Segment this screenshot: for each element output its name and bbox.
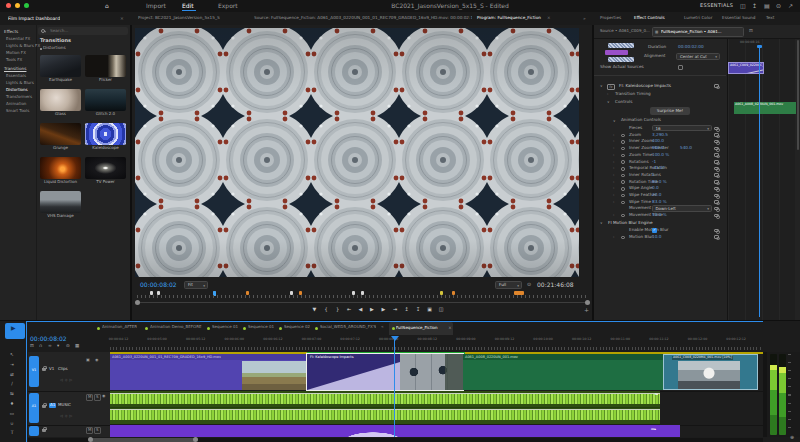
sidebar-item-lights-blurs[interactable]: Lights & Blurs: [6, 81, 34, 86]
ec-tab-active[interactable]: ▦ FullSequence_Fiction • A061...: [652, 27, 744, 37]
keyframe-camera-icon[interactable]: [714, 214, 719, 218]
effect-thumb-glass[interactable]: [40, 89, 81, 111]
scrollbar-handle-right[interactable]: [193, 437, 198, 442]
ec-clip-b[interactable]: A061_A008_0220UN_001.mov: [734, 102, 796, 114]
sequence-tab[interactable]: Sequence 01: [248, 325, 274, 330]
category-group-header[interactable]: Transitions: [4, 67, 26, 72]
stopwatch-icon[interactable]: [621, 154, 625, 158]
keyframe-camera-icon[interactable]: [714, 180, 719, 184]
duration-value[interactable]: 00:00:02:00: [678, 45, 704, 50]
keyframe-camera-icon[interactable]: [714, 147, 719, 151]
sidebar-item-smart-tools[interactable]: Smart Tools: [6, 109, 29, 114]
program-ruler[interactable]: [137, 295, 588, 298]
comparison-view-button[interactable]: ◫: [437, 307, 446, 313]
show-actual-sources-checkbox[interactable]: [678, 65, 683, 70]
video-clip-purple[interactable]: A061_A003_0220UN_001_01_REC709_GRADED_16…: [110, 354, 307, 390]
go-to-out-button[interactable]: ⇥: [391, 307, 400, 313]
effect-thumb-kaleidoscope[interactable]: [85, 123, 126, 145]
export-frame-button[interactable]: ▣: [425, 307, 434, 313]
stopwatch-icon[interactable]: [621, 201, 625, 205]
chevron-right-icon[interactable]: ›: [613, 153, 614, 157]
chevron-down-icon[interactable]: ∨: [600, 221, 603, 225]
keyframe-camera-icon[interactable]: [714, 140, 719, 144]
stopwatch-icon[interactable]: [621, 194, 625, 198]
stopwatch-icon[interactable]: [621, 160, 625, 164]
ec-mini-timeline[interactable]: 00:00:08:16 A061_C009_0220CC_001_01 A061…: [727, 39, 795, 320]
v1-source-indicator[interactable]: V1: [29, 356, 39, 387]
sidebar-item-motion-fx[interactable]: Motion FX: [6, 51, 26, 56]
tab-source-monitor[interactable]: Source: FullSequence_Fiction: A061_A003_…: [254, 16, 472, 21]
keyframe-camera-icon[interactable]: [714, 194, 719, 198]
home-icon[interactable]: ⌂: [105, 3, 109, 10]
a1-track-name[interactable]: MUSIC: [58, 403, 71, 408]
chevron-right-icon[interactable]: ›: [613, 180, 614, 184]
tab-program-monitor[interactable]: Program: FullSequence_Fiction: [477, 16, 541, 21]
stopwatch-icon[interactable]: [621, 187, 625, 191]
scrollbar-handle-right[interactable]: [585, 300, 590, 305]
tab-overflow-icon[interactable]: «: [381, 324, 384, 329]
mute-button[interactable]: M: [86, 394, 93, 401]
search-icon[interactable]: ⊙: [776, 3, 781, 10]
chevron-right-icon[interactable]: ›: [613, 146, 614, 150]
param-value-inner-zoom[interactable]: 400.0: [652, 139, 664, 144]
param-value-wipe-time[interactable]: 83.0 %: [652, 200, 667, 205]
volume-line-1[interactable]: [110, 393, 660, 394]
lock-icon[interactable]: [42, 405, 46, 408]
a1-source-indicator[interactable]: A1: [29, 393, 39, 423]
caption-display-icon[interactable]: ▦: [75, 343, 79, 348]
fade-handle-icon[interactable]: ◂▴: [654, 392, 658, 396]
search-input[interactable]: Search...: [38, 27, 128, 35]
tab-text[interactable]: Text: [766, 16, 774, 21]
menu-edit[interactable]: Edit: [182, 3, 194, 10]
chevron-right-icon[interactable]: ›: [607, 92, 608, 96]
razor-tool[interactable]: ∕: [6, 381, 18, 386]
effects-content-subheader[interactable]: Distortions: [43, 46, 66, 51]
timeline-scrollbar-thumb[interactable]: [90, 438, 196, 442]
section-motion-blur-engine[interactable]: FI Motion Blur Engine: [608, 221, 653, 226]
ripple-edit-tool[interactable]: ⇄: [6, 372, 18, 377]
panel-menu-icon[interactable]: ⊡: [749, 28, 753, 33]
menu-export[interactable]: Export: [218, 3, 238, 10]
param-value-movement-time[interactable]: 50.0 %: [652, 213, 667, 218]
section-animation-controls[interactable]: Animation Controls: [621, 118, 661, 123]
stopwatch-icon[interactable]: [621, 236, 625, 240]
v1-track-name[interactable]: Clips: [58, 367, 68, 372]
param-value-temporal-rotation[interactable]: -45.0°: [652, 166, 665, 171]
button-editor-plus[interactable]: +: [584, 307, 589, 314]
timeline-settings-icon[interactable]: ⊙: [66, 343, 70, 348]
effect-thumb-flicker[interactable]: [85, 55, 126, 77]
pen-tool[interactable]: ♦: [6, 401, 18, 406]
category-group-header[interactable]: Effects: [4, 30, 18, 35]
keyframe-camera-icon[interactable]: [714, 84, 719, 88]
ec-tab-source[interactable]: Source • A061_C009_0...: [600, 29, 650, 34]
keyframe-camera-icon[interactable]: [714, 160, 719, 164]
tab-effect-controls[interactable]: Effect Controls: [634, 16, 665, 21]
extract-button[interactable]: ↧: [414, 307, 423, 313]
mute-button[interactable]: M: [86, 427, 93, 434]
ec-playhead-head[interactable]: [757, 45, 762, 48]
add-marker-icon[interactable]: ▾: [57, 343, 59, 348]
param-value-inner-rotations[interactable]: 1: [652, 173, 655, 178]
effect-thumb-earthquake[interactable]: [40, 55, 81, 77]
audio-meters[interactable]: [767, 352, 800, 437]
menu-import[interactable]: Import: [146, 3, 166, 10]
keyframe-nav-icons[interactable]: ◁◇▷: [60, 378, 74, 382]
a2-source-indicator[interactable]: [29, 426, 39, 436]
selection-tool[interactable]: ↖: [6, 352, 18, 357]
program-timecode[interactable]: 00:00:08:02: [140, 282, 177, 289]
settings-wrench-icon[interactable]: ⊙: [527, 282, 531, 288]
hand-tool[interactable]: ∪: [6, 421, 18, 426]
fullscreen-icon[interactable]: ↗: [788, 3, 793, 10]
sidebar-item-essentials[interactable]: Essentials: [6, 74, 26, 79]
tab-lumetri-color[interactable]: Lumetri Color: [684, 16, 712, 21]
slip-tool[interactable]: ⇆: [6, 391, 18, 396]
timeline-timecode[interactable]: 00:00:08:02: [30, 336, 67, 343]
solo-button[interactable]: S: [94, 394, 101, 401]
tab-properties[interactable]: Properties: [600, 16, 621, 21]
rectangle-tool[interactable]: ▭: [6, 411, 18, 416]
ec-scrollbar[interactable]: [797, 40, 800, 150]
alignment-select[interactable]: Center at Cut ▾: [676, 53, 720, 60]
chevron-right-icon[interactable]: ›: [613, 166, 614, 170]
playback-resolution-select[interactable]: Full ▾: [495, 281, 522, 289]
close-icon[interactable]: ×: [120, 16, 124, 21]
